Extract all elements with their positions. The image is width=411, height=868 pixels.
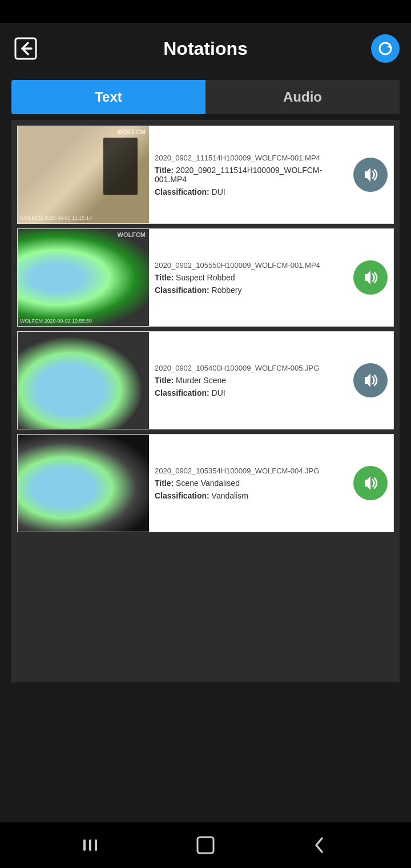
tab-audio[interactable]: Audio: [206, 80, 400, 114]
bottom-nav: [0, 822, 411, 868]
svg-rect-5: [95, 839, 97, 851]
classification-label: Classification:: [155, 491, 209, 500]
notation-info: 2020_0902_105550H100009_WOLFCM-001.MP4 T…: [149, 254, 353, 302]
title-row: Title: Murder Scene: [155, 376, 348, 385]
empty-space: [0, 682, 411, 822]
file-name: 2020_0902_105550H100009_WOLFCM-001.MP4: [155, 261, 348, 270]
svg-rect-3: [83, 839, 86, 851]
menu-nav-button[interactable]: [74, 828, 108, 862]
back-nav-button[interactable]: [303, 828, 337, 862]
classification-row: Classification: DUI: [155, 388, 348, 397]
classification-value: DUI: [212, 187, 225, 196]
notation-info: 2020_0902_111514H100009_WOLFCM-001.MP4 T…: [149, 147, 353, 203]
svg-rect-6: [198, 837, 213, 853]
watermark: WOLFCM: [118, 231, 146, 238]
tab-bar: Text Audio: [11, 80, 400, 114]
watermark: WOLFCM: [118, 128, 146, 135]
notation-item: 2020_0902_105400H100009_WOLFCM-005.JPG T…: [17, 331, 394, 429]
title-label: Title:: [155, 376, 174, 385]
classification-row: Classification: Robbery: [155, 286, 348, 295]
title-label: Title:: [155, 479, 174, 488]
audio-play-button[interactable]: [353, 158, 388, 192]
title-value: Suspect Robbed: [176, 273, 235, 282]
title-value: Murder Scene: [176, 376, 226, 385]
file-name: 2020_0902_111514H100009_WOLFCM-001.MP4: [155, 154, 348, 162]
refresh-button[interactable]: [371, 34, 400, 63]
notation-item: 2020_0902_105354H100009_WOLFCM-004.JPG T…: [17, 434, 394, 532]
title-value: 2020_0902_111514H100009_WOLFCM-001.MP4: [155, 166, 322, 184]
thumbnail[interactable]: WOLFCM WOLFCM 2020-09-02 10:55:50: [18, 229, 149, 326]
title-row: Title: Scene Vandalised: [155, 479, 348, 488]
title-label: Title:: [155, 273, 174, 282]
classification-value: Vandalism: [212, 491, 248, 500]
back-button[interactable]: [11, 34, 40, 63]
classification-value: DUI: [212, 388, 225, 397]
notation-info: 2020_0902_105354H100009_WOLFCM-004.JPG T…: [149, 460, 353, 507]
notation-info: 2020_0902_105400H100009_WOLFCM-005.JPG T…: [149, 357, 353, 404]
thumbnail[interactable]: [18, 332, 149, 429]
notation-item: WOLFCM WOLFCM 2020-09-02 11:15:14 2020_0…: [17, 126, 394, 224]
title-label: Title:: [155, 166, 174, 175]
classification-row: Classification: Vandalism: [155, 491, 348, 500]
file-name: 2020_0902_105354H100009_WOLFCM-004.JPG: [155, 467, 348, 475]
timestamp: WOLFCM 2020-09-02 10:55:50: [20, 318, 92, 324]
svg-rect-4: [89, 839, 91, 851]
thumbnail[interactable]: WOLFCM WOLFCM 2020-09-02 11:15:14: [18, 126, 149, 223]
timestamp: WOLFCM 2020-09-02 11:15:14: [20, 215, 92, 221]
content-area: WOLFCM WOLFCM 2020-09-02 11:15:14 2020_0…: [11, 120, 400, 682]
audio-play-button[interactable]: [353, 363, 388, 397]
audio-play-button[interactable]: [353, 466, 388, 500]
title-value: Scene Vandalised: [176, 479, 240, 488]
tab-text[interactable]: Text: [11, 80, 206, 114]
page-title: Notations: [40, 38, 371, 59]
header: Notations: [0, 23, 411, 74]
title-row: Title: Suspect Robbed: [155, 273, 348, 282]
classification-label: Classification:: [155, 286, 209, 295]
status-bar: [0, 0, 411, 23]
classification-row: Classification: DUI: [155, 187, 348, 196]
title-row: Title: 2020_0902_111514H100009_WOLFCM-00…: [155, 166, 348, 184]
classification-label: Classification:: [155, 388, 209, 397]
home-nav-button[interactable]: [188, 828, 223, 862]
file-name: 2020_0902_105400H100009_WOLFCM-005.JPG: [155, 364, 348, 372]
classification-value: Robbery: [212, 286, 242, 295]
classification-label: Classification:: [155, 187, 209, 196]
thumbnail[interactable]: [18, 435, 149, 532]
audio-play-button[interactable]: [353, 260, 388, 295]
notation-item: WOLFCM WOLFCM 2020-09-02 10:55:50 2020_0…: [17, 228, 394, 327]
